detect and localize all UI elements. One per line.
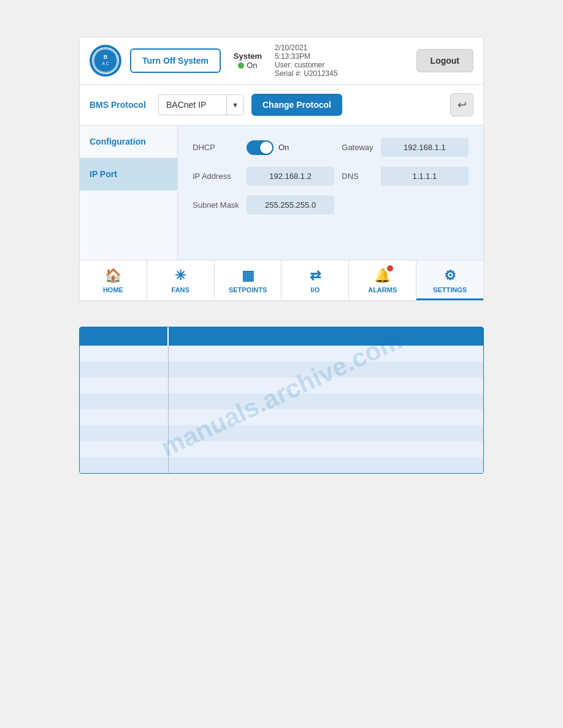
protocol-bar: BMS Protocol BACnet IP ▾ Change Protocol… — [79, 85, 484, 126]
dns-value[interactable]: 1.1.1.1 — [381, 167, 469, 186]
config-content: DHCP On Gateway 192.168.1.1 IP Address 1… — [178, 126, 483, 260]
bottom-navigation: 🏠 HOME ✳ FANS ▦ SETPOINTS ⇄ I/O 🔔 ALARMS… — [79, 260, 484, 301]
table-row — [80, 362, 483, 377]
io-icon: ⇄ — [310, 268, 321, 284]
tab-io[interactable]: ⇄ I/O — [282, 260, 349, 300]
table-cell — [169, 362, 483, 377]
table-cell — [80, 457, 169, 473]
tab-io-label: I/O — [311, 286, 320, 294]
config-sidebar: Configuration IP Port — [80, 126, 178, 260]
table-header-col1 — [80, 327, 169, 346]
toggle-switch[interactable] — [247, 140, 274, 155]
table-row — [80, 346, 483, 362]
toggle-track — [247, 140, 274, 155]
data-table — [79, 327, 484, 474]
table-cell — [169, 457, 483, 473]
table-header-col2 — [169, 327, 483, 346]
table-row — [80, 425, 483, 441]
dhcp-label: DHCP — [193, 143, 239, 152]
dns-label: DNS — [342, 172, 373, 181]
config-area: Configuration IP Port DHCP On Gateway 19… — [79, 126, 484, 260]
nav-configuration[interactable]: Configuration — [80, 126, 177, 158]
dhcp-toggle[interactable]: On — [247, 140, 334, 155]
alarm-badge — [387, 265, 393, 271]
change-protocol-button[interactable]: Change Protocol — [251, 94, 342, 116]
table-cell — [169, 346, 483, 362]
date-text: 2/10/2021 — [275, 44, 408, 52]
data-table-area: manuals.archive.com — [79, 314, 484, 474]
table-row — [80, 441, 483, 457]
tab-setpoints[interactable]: ▦ SETPOINTS — [215, 260, 282, 300]
table-cell — [80, 346, 169, 362]
table-cell — [80, 441, 169, 457]
system-label: System — [234, 51, 262, 61]
svg-text:A C: A C — [102, 61, 109, 66]
home-icon: 🏠 — [105, 268, 121, 284]
tab-alarms-label: ALARMS — [368, 286, 397, 294]
svg-point-0 — [93, 48, 118, 74]
tab-fans-label: FANS — [172, 286, 190, 294]
tab-home-label: HOME — [103, 286, 123, 294]
tab-home[interactable]: 🏠 HOME — [80, 260, 147, 300]
table-cell — [80, 393, 169, 409]
time-text: 5:13:33PM — [275, 52, 408, 61]
table-row — [80, 457, 483, 473]
table-row — [80, 409, 483, 425]
gateway-value[interactable]: 192.168.1.1 — [381, 138, 469, 157]
table-cell — [80, 377, 169, 393]
serial-text: Serial #: U2012345 — [275, 69, 408, 78]
protocol-dropdown-button[interactable]: ▾ — [226, 95, 243, 115]
config-grid: DHCP On Gateway 192.168.1.1 IP Address 1… — [193, 138, 469, 214]
dhcp-on-label: On — [278, 143, 289, 152]
table-cell — [169, 393, 483, 409]
table-cell — [80, 425, 169, 441]
logout-button[interactable]: Logout — [416, 49, 473, 72]
table-cell — [169, 441, 483, 457]
protocol-value: BACnet IP — [159, 95, 226, 115]
turn-off-button[interactable]: Turn Off System — [130, 48, 221, 73]
nav-ip-port[interactable]: IP Port — [80, 158, 177, 191]
svg-text:B: B — [104, 54, 108, 60]
table-cell — [169, 409, 483, 425]
table-cell — [80, 362, 169, 377]
subnet-mask-value[interactable]: 255.255.255.0 — [247, 195, 334, 214]
subnet-mask-label: Subnet Mask — [193, 200, 239, 210]
refresh-button[interactable]: ↩ — [450, 93, 473, 116]
table-cell — [169, 425, 483, 441]
bms-protocol-label: BMS Protocol — [90, 100, 151, 110]
tab-settings-label: SETTINGS — [433, 286, 467, 294]
tab-setpoints-label: SETPOINTS — [229, 286, 267, 294]
status-text: On — [247, 61, 257, 70]
gateway-label: Gateway — [342, 143, 373, 152]
table-row — [80, 393, 483, 409]
tab-settings[interactable]: ⚙ SETTINGS — [416, 260, 483, 300]
table-cell — [169, 377, 483, 393]
alarms-icon: 🔔 — [374, 268, 391, 284]
app-header: B A C Turn Off System System On 2/10/202… — [79, 37, 484, 85]
status-dot — [238, 63, 244, 69]
table-row — [80, 377, 483, 393]
protocol-select[interactable]: BACnet IP ▾ — [158, 94, 244, 115]
user-text: User: customer — [275, 61, 408, 69]
ip-address-label: IP Address — [193, 172, 239, 181]
tab-fans[interactable]: ✳ FANS — [147, 260, 215, 300]
datetime-info: 2/10/2021 5:13:33PM User: customer Seria… — [275, 44, 408, 78]
tab-alarms[interactable]: 🔔 ALARMS — [349, 260, 416, 300]
settings-icon: ⚙ — [444, 268, 456, 284]
setpoints-icon: ▦ — [242, 268, 255, 284]
system-on-status: On — [238, 61, 257, 70]
table-header-row — [80, 327, 483, 346]
table-cell — [80, 409, 169, 425]
ip-address-value[interactable]: 192.168.1.2 — [247, 167, 334, 186]
system-status: System On — [229, 51, 266, 70]
fans-icon: ✳ — [175, 268, 186, 284]
bac-logo: B A C — [90, 45, 121, 77]
toggle-thumb — [260, 142, 272, 154]
